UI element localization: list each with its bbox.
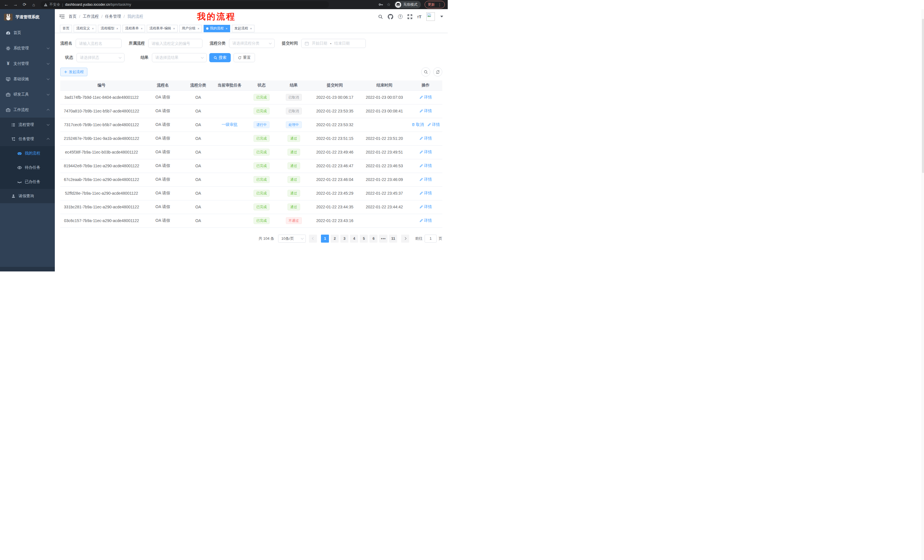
sidebar-item-done-tasks[interactable]: 已办任务 <box>0 175 55 189</box>
detail-link[interactable]: 详情 <box>428 122 440 127</box>
cell-end-time: 2022-01-22 23:46:53 <box>360 159 409 173</box>
page-button-4[interactable]: 4 <box>350 235 358 243</box>
reload-icon[interactable]: ⟳ <box>21 1 28 8</box>
sidebar-item-task-mgmt[interactable]: 任务管理 <box>0 132 55 146</box>
sidebar-item-payment[interactable]: ¥ 支付管理 <box>0 56 55 71</box>
security-label[interactable]: 不安全 <box>50 2 60 7</box>
update-label[interactable]: 更新 <box>428 2 435 7</box>
sidebar-item-leave-query[interactable]: 请假查询 <box>0 189 55 203</box>
process-definition-input[interactable] <box>152 41 199 46</box>
detail-link[interactable]: 详情 <box>420 163 432 168</box>
home-icon[interactable]: ⌂ <box>30 1 37 8</box>
detail-link[interactable]: 详情 <box>420 150 432 155</box>
sidebar-item-todo-tasks[interactable]: 待办任务 <box>0 160 55 175</box>
forward-icon[interactable]: → <box>12 1 19 8</box>
sidebar-item-label: 系统管理 <box>14 46 29 51</box>
hamburger-icon[interactable] <box>59 14 64 19</box>
help-icon[interactable]: ? <box>398 14 403 19</box>
sidebar-item-process-mgmt[interactable]: 流程管理 <box>0 118 55 132</box>
create-process-button[interactable]: 发起流程 <box>60 67 87 76</box>
detail-link[interactable]: 详情 <box>420 191 432 196</box>
category-select[interactable]: 请选择流程分类 <box>229 39 274 48</box>
close-icon[interactable]: × <box>116 27 118 30</box>
sidebar-item-devtools[interactable]: 研发工具 <box>0 87 55 102</box>
list-icon <box>11 123 16 127</box>
detail-link[interactable]: 详情 <box>420 136 432 141</box>
sidebar-collapse-bar[interactable] <box>0 267 55 271</box>
status-select[interactable]: 请选择状态 <box>76 53 124 62</box>
tab-用户分组[interactable]: 用户分组× <box>179 25 202 32</box>
detail-link[interactable]: 详情 <box>420 204 432 210</box>
detail-link[interactable]: 详情 <box>420 218 432 223</box>
refresh-table-button[interactable] <box>433 67 442 76</box>
breadcrumb-home[interactable]: 首页 <box>69 14 76 19</box>
back-icon[interactable]: ← <box>3 1 10 8</box>
font-size-icon[interactable]: TT <box>417 15 422 19</box>
col-id: 编号 <box>60 81 143 90</box>
breadcrumb-current: 我的流程 <box>128 14 143 19</box>
close-icon[interactable]: × <box>141 27 142 30</box>
close-icon[interactable]: × <box>92 27 94 30</box>
cell-status: 已完成 <box>246 186 278 200</box>
detail-link[interactable]: 详情 <box>420 95 432 100</box>
close-icon[interactable]: × <box>173 27 175 30</box>
show-search-button[interactable] <box>421 67 430 76</box>
cell-category: OA <box>183 145 214 159</box>
browser-update-button[interactable]: 更新 ⋮ <box>424 1 445 8</box>
page-button-6[interactable]: 6 <box>369 235 378 243</box>
close-icon[interactable]: × <box>198 27 199 30</box>
sidebar-item-workflow[interactable]: 工作流程 <box>0 102 55 118</box>
page-button-11[interactable]: 11 <box>389 235 397 243</box>
name-label: 流程名 <box>60 41 72 46</box>
tab-我的流程[interactable]: 我的流程× <box>204 25 230 32</box>
tab-首页[interactable]: 首页 <box>60 25 72 32</box>
reset-button[interactable]: 重置 <box>234 53 255 62</box>
key-icon[interactable] <box>378 2 383 7</box>
breadcrumb-task-mgmt[interactable]: 任务管理 <box>105 14 121 19</box>
tab-流程定义[interactable]: 流程定义× <box>74 25 96 32</box>
cell-status: 已完成 <box>246 145 278 159</box>
browser-menu-icon[interactable]: ⋮ <box>438 3 442 7</box>
cell-submit-time: 2022-01-22 23:43:16 <box>310 214 360 228</box>
close-icon[interactable]: × <box>226 27 227 30</box>
search-button[interactable]: 搜索 <box>209 53 231 62</box>
goto-page-input[interactable] <box>424 235 436 243</box>
page-size-select[interactable]: 10条/页 <box>278 235 306 243</box>
current-task-link[interactable]: 一级审批 <box>222 122 238 127</box>
page-button-5[interactable]: 5 <box>360 235 368 243</box>
address-bar[interactable]: 不安全 | dashboard.yudao.iocoder.cn/bpm/tas… <box>40 1 329 8</box>
avatar[interactable] <box>426 12 435 21</box>
next-page-button[interactable] <box>401 235 409 243</box>
search-icon[interactable] <box>378 14 383 19</box>
close-icon[interactable]: × <box>250 27 252 30</box>
bookmark-star-icon[interactable]: ☆ <box>387 2 391 7</box>
detail-link[interactable]: 详情 <box>420 108 432 114</box>
fullscreen-icon[interactable] <box>408 14 412 19</box>
sidebar-item-label: 工作流程 <box>14 107 29 112</box>
breadcrumb-workflow[interactable]: 工作流程 <box>83 14 99 19</box>
sidebar-item-home[interactable]: 首页 <box>0 25 55 40</box>
result-select[interactable]: 请选择流结果 <box>152 53 207 62</box>
tab-流程表单[interactable]: 流程表单× <box>123 25 145 32</box>
tab-发起流程[interactable]: 发起流程× <box>232 25 254 32</box>
pagination: 共 104 条 10条/页 123456•••11 前往 页 <box>60 235 442 243</box>
magnifier-icon <box>214 56 217 60</box>
page-button-1[interactable]: 1 <box>321 235 329 243</box>
process-name-input[interactable] <box>79 41 118 46</box>
edit-icon <box>420 205 423 209</box>
pages-more-button[interactable]: ••• <box>379 235 387 243</box>
page-button-3[interactable]: 3 <box>340 235 348 243</box>
sidebar-item-my-process[interactable]: 我的流程 <box>0 146 55 160</box>
cancel-link[interactable]: 取消 <box>411 122 424 127</box>
sidebar-item-infra[interactable]: 基础设施 <box>0 71 55 87</box>
caret-down-icon[interactable] <box>440 16 443 17</box>
cell-result: 已取消 <box>278 90 310 104</box>
sidebar-item-system[interactable]: 系统管理 <box>0 40 55 56</box>
prev-page-button[interactable] <box>309 235 317 243</box>
tab-流程表单-编辑[interactable]: 流程表单-编辑× <box>147 25 177 32</box>
detail-link[interactable]: 详情 <box>420 177 432 182</box>
github-icon[interactable] <box>388 14 393 19</box>
tab-流程模型[interactable]: 流程模型× <box>98 25 120 32</box>
page-button-2[interactable]: 2 <box>331 235 339 243</box>
submit-time-range-picker[interactable]: 开始日期 - 结束日期 <box>301 39 366 48</box>
